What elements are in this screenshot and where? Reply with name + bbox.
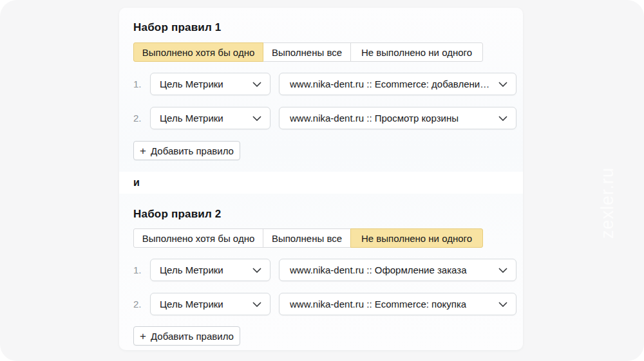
rule-number: 2. [133,113,146,124]
add-rule-button[interactable]: + Добавить правило [133,326,240,346]
segment-rules-card: Набор правил 1 Выполнено хотя бы одно Вы… [119,8,523,350]
rule-type-value: Цель Метрики [160,113,223,124]
rule-type-select[interactable]: Цель Метрики [150,259,270,281]
rule-set-2-title: Набор правил 2 [133,208,222,221]
add-rule-button[interactable]: + Добавить правило [133,141,240,160]
rule-type-select[interactable]: Цель Метрики [150,73,270,95]
rule-type-select[interactable]: Цель Метрики [150,293,270,315]
chevron-down-icon [493,268,507,273]
rule-set-1-title: Набор правил 1 [133,21,222,34]
add-rule-label: Добавить правило [151,145,234,156]
rule-number: 1. [133,79,146,89]
rule-goal-select[interactable]: www.nika-dent.ru :: Ecommerce: добавлени… [279,73,516,95]
rule-goal-value: www.nika-dent.ru :: Просмотр корзины [290,113,459,124]
rule-goal-select[interactable]: www.nika-dent.ru :: Оформление заказа [279,259,516,281]
chevron-down-icon [493,116,507,121]
rule-type-value: Цель Метрики [160,79,223,89]
rule-type-select[interactable]: Цель Метрики [150,107,270,129]
tab-any-condition[interactable]: Выполнено хотя бы одно [133,42,263,62]
rule-type-value: Цель Метрики [160,299,223,310]
add-rule-label: Добавить правило [151,331,234,342]
and-separator-label: и [133,177,140,189]
chevron-down-icon [247,82,261,87]
rule-type-value: Цель Метрики [160,264,223,275]
rule-goal-value: www.nika-dent.ru :: Оформление заказа [290,264,467,275]
tab-none-condition[interactable]: Не выполнено ни одного [350,42,483,62]
rule-goal-value: www.nika-dent.ru :: Ecommerce: покупка [290,299,466,310]
plus-icon: + [140,145,146,156]
chevron-down-icon [493,302,507,307]
and-separator: и [119,172,523,194]
tab-none-condition[interactable]: Не выполнено ни одного [350,228,483,248]
chevron-down-icon [247,302,261,307]
chevron-down-icon [247,116,261,121]
plus-icon: + [140,331,146,342]
chevron-down-icon [247,268,261,273]
chevron-down-icon [493,82,507,87]
rule-goal-value: www.nika-dent.ru :: Ecommerce: добавлени… [290,79,493,89]
tab-all-conditions[interactable]: Выполнены все [263,228,351,248]
tab-any-condition[interactable]: Выполнено хотя бы одно [133,228,263,248]
rule-goal-select[interactable]: www.nika-dent.ru :: Просмотр корзины [279,107,516,129]
tab-all-conditions[interactable]: Выполнены все [263,42,351,62]
rule-number: 2. [133,299,146,310]
rule-number: 1. [133,264,146,275]
rule-set-1-match-mode-tabs: Выполнено хотя бы одно Выполнены все Не … [133,42,483,62]
rule-goal-select[interactable]: www.nika-dent.ru :: Ecommerce: покупка [279,293,516,315]
rule-set-2-match-mode-tabs: Выполнено хотя бы одно Выполнены все Не … [133,228,483,248]
